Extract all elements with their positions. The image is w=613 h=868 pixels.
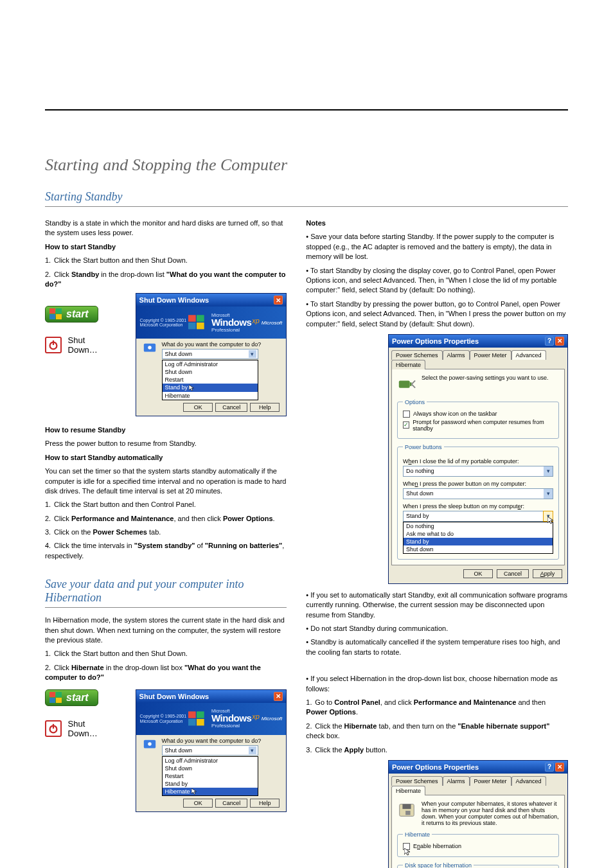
hibernate-desc: When your computer hibernates, it stores… xyxy=(422,801,559,826)
power-icon xyxy=(45,337,62,353)
brand-edition: Professional xyxy=(211,723,260,729)
lid-action-select[interactable]: Do nothing▾ xyxy=(403,466,553,477)
shutdown-menu-item[interactable]: Shut Down… xyxy=(68,719,116,738)
apply-button[interactable]: Apply xyxy=(533,569,562,578)
tab-alarms[interactable]: Alarms xyxy=(443,776,470,786)
auto-step2: 2.Click Performance and Maintenance, and… xyxy=(45,514,287,524)
option-hibernate[interactable]: Hibernate xyxy=(163,788,258,796)
shutdown-question: What do you want the computer to do? xyxy=(162,738,280,744)
key-shutdown-icon xyxy=(143,341,157,355)
brand-ms-right: Microsoft xyxy=(262,716,282,722)
ok-button[interactable]: OK xyxy=(183,403,213,412)
svg-point-11 xyxy=(148,346,152,350)
help-button[interactable]: Help xyxy=(250,403,280,412)
key-shutdown-icon xyxy=(143,738,157,752)
chevron-down-icon[interactable]: ▾ xyxy=(544,489,553,499)
standby-step1: 1.Click the Start button and then Shut D… xyxy=(45,256,287,265)
slp-value: Stand by xyxy=(406,513,429,519)
tab-power-meter[interactable]: Power Meter xyxy=(470,350,511,360)
copyright-text: Copyright © 1985-2001 xyxy=(140,714,186,718)
help-icon[interactable]: ? xyxy=(545,337,554,346)
option-standby[interactable]: Stand by xyxy=(163,780,258,788)
shutdown-action-select[interactable]: Shut down ▾ xyxy=(162,745,258,756)
close-icon[interactable]: ✕ xyxy=(274,296,283,305)
option-logoff[interactable]: Log off Administrator xyxy=(163,360,258,368)
copyright-text2: Microsoft Corporation xyxy=(140,719,183,723)
pwr-value: Shut down xyxy=(406,490,434,497)
tab-advanced[interactable]: Advanced xyxy=(511,776,546,786)
option-shutdown[interactable]: Shut down xyxy=(163,368,258,376)
option-standby[interactable]: Stand by xyxy=(163,384,258,392)
notes-heading: Notes xyxy=(306,219,326,227)
opt-password-label: Prompt for password when computer resume… xyxy=(413,419,553,432)
tab-hibernate[interactable]: Hibernate xyxy=(391,360,425,369)
option-restart[interactable]: Restart xyxy=(163,772,258,780)
subtitle-hibernate: Save your data and put your computer int… xyxy=(45,578,287,608)
slp-opt-donothing[interactable]: Do nothing xyxy=(404,522,553,530)
close-icon[interactable]: ✕ xyxy=(555,337,564,346)
power-button-select[interactable]: Shut down▾ xyxy=(403,488,553,499)
dialog-title: Power Options Properties xyxy=(392,337,479,345)
auto-step3: 3.Click on the Power Schemes tab. xyxy=(45,527,287,537)
tab-advanced[interactable]: Advanced xyxy=(511,350,546,360)
svg-point-23 xyxy=(148,742,152,746)
shutdown-selected: Shut down xyxy=(165,351,193,357)
slp-opt-shutdown[interactable]: Shut down xyxy=(404,545,553,553)
sleep-button-label: When I press the sleep button on my comp… xyxy=(403,503,553,509)
power-options-hibernate: Power Options Properties ?✕ Power Scheme… xyxy=(388,760,568,868)
opt-taskbar-label: Always show icon on the taskbar xyxy=(413,411,497,417)
help-icon[interactable]: ? xyxy=(545,763,554,772)
help-button[interactable]: Help xyxy=(250,799,280,808)
start-label: start xyxy=(66,692,89,704)
svg-rect-28 xyxy=(405,811,411,815)
option-restart[interactable]: Restart xyxy=(163,376,258,384)
tab-power-meter[interactable]: Power Meter xyxy=(470,776,511,786)
close-icon[interactable]: ✕ xyxy=(555,763,564,772)
hib-note-step3: 3.Click the Apply button. xyxy=(306,745,568,755)
close-icon[interactable]: ✕ xyxy=(274,692,283,701)
shutdown-options-list[interactable]: Log off Administrator Shut down Restart … xyxy=(162,360,258,400)
cancel-button[interactable]: Cancel xyxy=(497,569,529,578)
svg-rect-24 xyxy=(399,380,410,387)
svg-rect-18 xyxy=(188,711,196,718)
option-hibernate[interactable]: Hibernate xyxy=(163,392,258,400)
svg-rect-25 xyxy=(410,382,412,386)
legend-disk-space: Disk space for hibernation xyxy=(403,862,474,868)
shutdown-menu-item[interactable]: Shut Down… xyxy=(68,335,116,355)
auto-heading: How to start Standby automatically xyxy=(45,454,163,461)
slp-opt-standby[interactable]: Stand by xyxy=(404,538,553,545)
svg-rect-0 xyxy=(49,308,55,314)
cancel-button[interactable]: Cancel xyxy=(215,799,247,808)
shutdown-selected: Shut down xyxy=(165,747,193,754)
chevron-down-icon[interactable]: ▾ xyxy=(249,350,256,358)
shutdown-options-list[interactable]: Log off Administrator Shut down Restart … xyxy=(162,756,258,797)
start-button[interactable]: start xyxy=(45,689,98,706)
chevron-down-icon[interactable]: ▾ xyxy=(544,466,553,476)
svg-rect-8 xyxy=(188,323,196,329)
ok-button[interactable]: OK xyxy=(183,799,213,808)
tab-power-schemes[interactable]: Power Schemes xyxy=(391,776,443,786)
svg-rect-27 xyxy=(402,804,411,810)
copyright-text2: Microsoft Corporation xyxy=(140,323,183,327)
checkbox-taskbar-icon[interactable] xyxy=(403,411,410,418)
slp-opt-ask[interactable]: Ask me what to do xyxy=(404,530,553,538)
tab-alarms[interactable]: Alarms xyxy=(443,350,470,360)
ok-button[interactable]: OK xyxy=(463,569,493,578)
cancel-button[interactable]: Cancel xyxy=(215,403,247,412)
legend-hibernate: Hibernate xyxy=(403,831,432,838)
sleep-options-list[interactable]: Do nothing Ask me what to do Stand by Sh… xyxy=(403,522,553,554)
tab-hibernate[interactable]: Hibernate xyxy=(391,786,425,795)
brand-ms-right: Microsoft xyxy=(262,320,282,326)
shutdown-dialog-hibernate: Shut Down Windows ✕ Copyright © 1985-200… xyxy=(136,689,287,813)
sleep-button-select[interactable]: Stand by ▾ xyxy=(403,511,553,522)
shutdown-action-select[interactable]: Shut down ▾ xyxy=(162,349,258,359)
option-shutdown[interactable]: Shut down xyxy=(163,765,258,772)
standby-step2: 2.Click Standby in the drop-down list "W… xyxy=(45,270,287,290)
checkbox-prompt-password[interactable]: ✓ xyxy=(403,421,409,429)
lid-value: Do nothing xyxy=(406,468,434,474)
start-button[interactable]: start xyxy=(45,306,98,323)
cursor-icon xyxy=(547,517,555,524)
chevron-down-icon[interactable]: ▾ xyxy=(249,747,256,754)
option-logoff[interactable]: Log off Administrator xyxy=(163,757,258,765)
tab-power-schemes[interactable]: Power Schemes xyxy=(391,350,443,360)
